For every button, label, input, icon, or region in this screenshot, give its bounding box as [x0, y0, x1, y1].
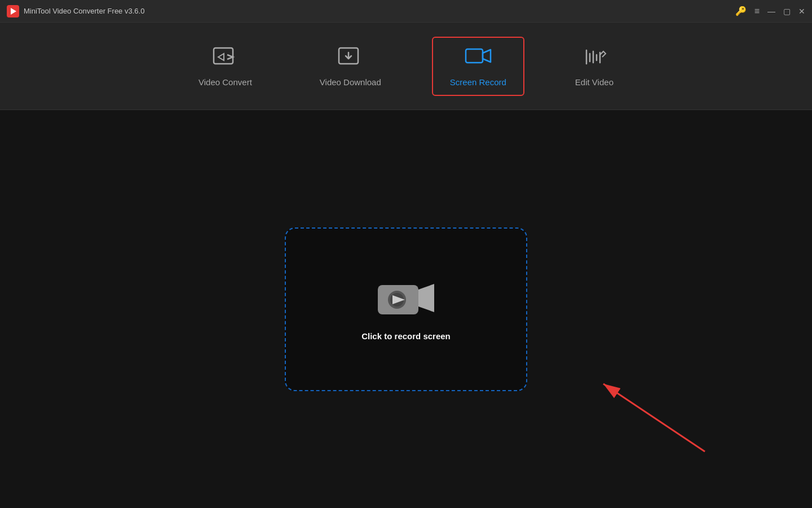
tab-screen-record-label: Screen Record: [450, 77, 506, 87]
tab-video-convert[interactable]: Video Convert: [182, 38, 269, 95]
tab-video-download-label: Video Download: [320, 77, 381, 87]
menu-icon[interactable]: ≡: [754, 6, 760, 16]
app-logo: [7, 5, 19, 17]
titlebar-controls: 🔑 ≡ — ▢ ✕: [735, 6, 805, 16]
titlebar: MiniTool Video Converter Free v3.6.0 🔑 ≡…: [0, 0, 812, 23]
svg-line-10: [603, 384, 705, 452]
video-download-icon: [338, 46, 363, 72]
app-title: MiniTool Video Converter Free v3.6.0: [24, 7, 144, 15]
edit-video-icon: [582, 46, 607, 72]
tab-edit-video-label: Edit Video: [575, 77, 614, 87]
screen-record-icon: [465, 46, 492, 72]
close-button[interactable]: ✕: [798, 7, 805, 16]
record-label: Click to record screen: [361, 331, 451, 341]
record-area[interactable]: Click to record screen: [285, 227, 527, 391]
camera-icon: [378, 277, 434, 318]
svg-marker-0: [11, 8, 16, 15]
main-content: Click to record screen: [0, 110, 812, 508]
titlebar-left: MiniTool Video Converter Free v3.6.0: [7, 5, 144, 17]
arrow-annotation: [570, 350, 727, 463]
tab-video-convert-label: Video Convert: [198, 77, 252, 87]
tab-video-download[interactable]: Video Download: [303, 38, 398, 95]
tab-edit-video[interactable]: Edit Video: [558, 38, 630, 95]
video-convert-icon: [213, 46, 237, 72]
svg-rect-3: [466, 49, 483, 63]
maximize-button[interactable]: ▢: [783, 7, 791, 16]
minimize-button[interactable]: —: [767, 7, 775, 16]
navbar: Video Convert Video Download Screen Reco…: [0, 23, 812, 110]
key-icon[interactable]: 🔑: [735, 6, 747, 16]
svg-marker-8: [418, 284, 434, 312]
tab-screen-record[interactable]: Screen Record: [432, 37, 524, 96]
